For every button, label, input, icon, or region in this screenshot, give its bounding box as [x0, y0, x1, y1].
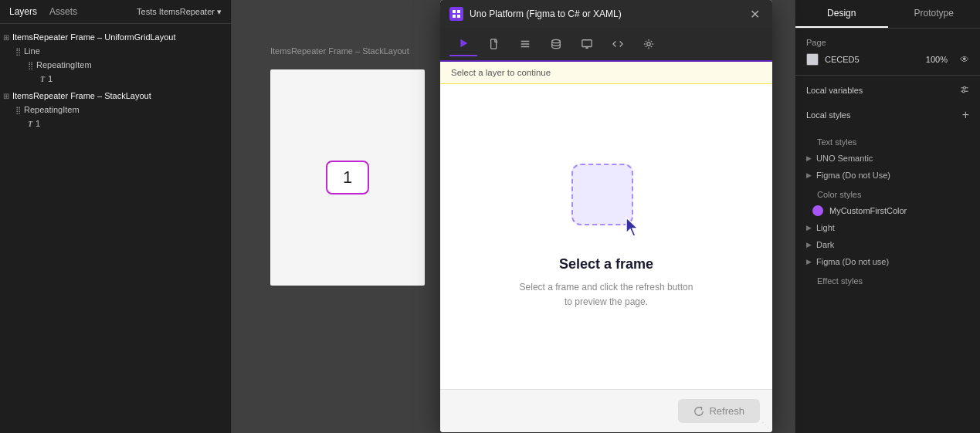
page-color-row: CECED5 100% 👁 — [806, 53, 969, 66]
svg-point-16 — [964, 86, 966, 89]
component-icon: ⣿ — [15, 47, 21, 56]
local-variables-label: Local variables — [806, 86, 863, 95]
color-dot-my-custom — [812, 205, 823, 216]
select-frame-illustration — [568, 164, 645, 241]
toolbar-db-button[interactable] — [542, 32, 570, 56]
modal-footer: Refresh — [440, 389, 772, 432]
refresh-button[interactable]: Refresh — [678, 399, 760, 423]
text-styles-label: Text styles — [806, 131, 969, 150]
svg-marker-4 — [461, 39, 468, 48]
visibility-icon[interactable]: 👁 — [960, 54, 969, 65]
component-icon: ⣿ — [15, 106, 21, 114]
modal-notice: Select a layer to continue — [440, 62, 772, 84]
center-canvas: ItemsRepeater Frame – StackLayout 1 Uno … — [232, 0, 795, 433]
color-style-light-label: Light — [816, 223, 835, 232]
page-color-hex: CECED5 — [825, 55, 860, 64]
toolbar-settings-button[interactable] — [635, 32, 663, 56]
color-style-figma-no-use-label: Figma (Do not use) — [816, 257, 889, 266]
modal-titlebar: Uno Platform (Figma to C# or XAML) ✕ — [440, 0, 772, 28]
color-style-group-light[interactable]: ▶ Light — [806, 219, 969, 236]
tree-item-line1[interactable]: ⣿ Line — [0, 44, 231, 58]
tree-item-ri2[interactable]: ⣿ RepeatingItem — [0, 103, 231, 117]
tree-item-root1[interactable]: ⊞ ItemsRepeater Frame – UniformGridLayou… — [0, 30, 231, 44]
svg-rect-5 — [491, 39, 497, 49]
breadcrumb-label[interactable]: Tests ItemsRepeater ▾ — [137, 7, 222, 17]
toolbar-file-button[interactable] — [480, 32, 508, 56]
layer-tree: ⊞ ItemsRepeater Frame – UniformGridLayou… — [0, 24, 231, 433]
color-style-group-figma-no-use[interactable]: ▶ Figma (Do not use) — [806, 253, 969, 270]
modal-title: Uno Platform (Figma to C# or XAML) — [470, 8, 747, 19]
frame-preview[interactable]: 1 — [270, 69, 425, 286]
color-style-my-custom-label: MyCustomFirstColor — [829, 206, 907, 215]
tab-layers[interactable]: Layers — [9, 6, 37, 17]
toolbar-list-button[interactable] — [511, 32, 539, 56]
local-styles-add-button[interactable]: + — [962, 108, 969, 122]
color-style-my-custom[interactable]: MyCustomFirstColor — [806, 202, 969, 219]
plugin-icon — [449, 7, 463, 21]
toolbar-preview-button[interactable] — [573, 32, 601, 56]
number-badge: 1 — [326, 161, 369, 195]
chevron-right-icon: ▶ — [806, 241, 812, 249]
panel-header: Layers Assets Tests ItemsRepeater ▾ — [0, 0, 231, 24]
toolbar-code-button[interactable] — [604, 32, 632, 56]
chevron-right-icon: ▶ — [806, 171, 812, 179]
tree-item-ri1[interactable]: ⣿ RepeatingItem — [0, 58, 231, 72]
svg-point-13 — [647, 42, 650, 46]
svg-rect-0 — [453, 10, 456, 13]
page-label: Page — [806, 38, 969, 47]
svg-rect-3 — [457, 15, 460, 18]
right-panel-header: Design Prototype — [795, 0, 980, 29]
plugin-modal: Uno Platform (Figma to C# or XAML) ✕ — [440, 0, 772, 432]
local-variables-settings-button[interactable] — [960, 83, 969, 97]
svg-point-19 — [962, 90, 965, 93]
component-icon: ⣿ — [28, 61, 33, 69]
tree-item-t1[interactable]: T 1 — [0, 72, 231, 86]
refresh-label: Refresh — [709, 405, 744, 417]
tree-item-t2[interactable]: T 1 — [0, 117, 231, 130]
text-style-group-figma[interactable]: ▶ Figma (Do not Use) — [806, 167, 969, 184]
frame-preview-content: 1 — [270, 69, 425, 286]
page-color-swatch[interactable] — [806, 53, 819, 66]
grid-icon: ⊞ — [3, 92, 9, 100]
color-style-group-dark[interactable]: ▶ Dark — [806, 236, 969, 253]
local-variables-header: Local variables — [795, 76, 980, 100]
grid-icon: ⊞ — [3, 33, 9, 42]
left-panel: Layers Assets Tests ItemsRepeater ▾ ⊞ It… — [0, 0, 232, 433]
canvas-frame-label: ItemsRepeater Frame – StackLayout — [270, 46, 409, 56]
text-style-uno-label: UNO Semantic — [816, 154, 873, 163]
text-icon: T — [28, 120, 32, 128]
local-styles-section: Text styles ▶ UNO Semantic ▶ Figma (Do n… — [795, 125, 980, 295]
text-style-figma-label: Figma (Do not Use) — [816, 171, 890, 180]
tab-prototype[interactable]: Prototype — [888, 0, 981, 28]
effect-styles-label: Effect styles — [806, 270, 969, 289]
local-styles-label: Local styles — [806, 110, 850, 120]
modal-body: Select a frame Select a frame and click … — [440, 84, 772, 389]
select-frame-heading: Select a frame — [559, 256, 653, 272]
page-opacity: 100% — [926, 55, 948, 64]
modal-close-button[interactable]: ✕ — [747, 4, 763, 25]
right-panel: Design Prototype Page CECED5 100% 👁 Loca… — [795, 0, 980, 433]
local-styles-header: Local styles + — [795, 100, 980, 125]
resize-handle[interactable]: ⋱ — [761, 421, 769, 429]
chevron-right-icon: ▶ — [806, 258, 812, 266]
text-style-group-uno[interactable]: ▶ UNO Semantic — [806, 150, 969, 167]
svg-rect-2 — [453, 15, 456, 18]
cursor-arrow-icon — [623, 216, 642, 238]
chevron-right-icon: ▶ — [806, 224, 812, 232]
svg-rect-10 — [582, 40, 592, 47]
tree-item-root2[interactable]: ⊞ ItemsRepeater Frame – StackLayout — [0, 89, 231, 103]
modal-toolbar — [440, 28, 772, 62]
text-icon: T — [40, 75, 45, 83]
toolbar-play-button[interactable] — [449, 32, 477, 56]
page-section: Page CECED5 100% 👁 — [795, 29, 980, 76]
tab-assets[interactable]: Assets — [49, 6, 77, 17]
svg-point-9 — [552, 39, 561, 42]
chevron-right-icon: ▶ — [806, 154, 812, 162]
color-style-dark-label: Dark — [816, 240, 834, 249]
tab-design[interactable]: Design — [795, 0, 888, 28]
color-styles-label: Color styles — [806, 184, 969, 202]
select-frame-subtext: Select a frame and click the refresh but… — [520, 280, 693, 310]
svg-rect-1 — [457, 10, 460, 13]
